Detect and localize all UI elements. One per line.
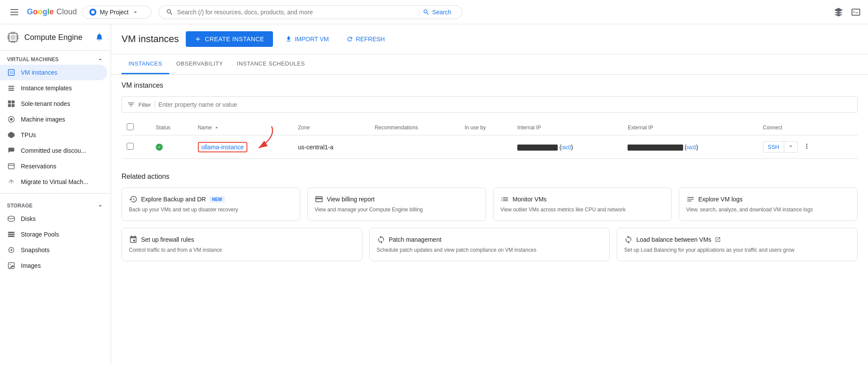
status-running-icon	[156, 144, 163, 151]
gem-icon[interactable]	[833, 7, 844, 17]
sidebar-item-label: Images	[21, 262, 41, 269]
storage-section[interactable]: Storage	[0, 197, 111, 211]
actions-grid-row1: Explore Backup and DR NEW Back up your V…	[122, 187, 858, 221]
instance-name-link[interactable]: ollama-instance	[198, 142, 247, 152]
backup-icon	[129, 195, 138, 204]
action-card-patch-management[interactable]: Patch management Schedule patch updates …	[369, 228, 610, 261]
sidebar-item-snapshots[interactable]: Snapshots	[0, 242, 107, 258]
sidebar-item-label: Disks	[21, 215, 36, 222]
sidebar-item-sole-tenant-nodes[interactable]: Sole-tenant nodes	[0, 96, 107, 112]
ssh-label[interactable]: SSH	[763, 142, 784, 152]
col-header-recommendations: Recommendations	[369, 120, 459, 135]
tab-observability[interactable]: OBSERVABILITY	[169, 54, 230, 74]
firewall-rules-desc: Control traffic to and from a VM instanc…	[129, 247, 355, 254]
sidebar-item-label: Machine images	[21, 116, 65, 123]
ssh-button[interactable]: SSH	[763, 141, 798, 153]
reservations-icon	[7, 162, 16, 171]
action-card-monitor-vms[interactable]: Monitor VMs View outlier VMs across metr…	[493, 187, 672, 221]
sidebar-item-disks[interactable]: Disks	[0, 211, 107, 227]
refresh-button[interactable]: REFRESH	[341, 32, 390, 46]
svg-rect-22	[12, 104, 15, 107]
create-instance-icon	[194, 36, 201, 43]
billing-icon	[315, 195, 323, 204]
action-card-firewall-rules[interactable]: Set up firewall rules Control traffic to…	[122, 228, 362, 261]
menu-icon[interactable]	[7, 6, 22, 19]
sidebar: Compute Engine Virtual machines VM insta…	[0, 24, 111, 365]
search-input-icon	[166, 8, 174, 16]
content-header: VM instances CREATE INSTANCE IMPORT VM R…	[111, 24, 868, 54]
sidebar-item-vm-instances[interactable]: VM instances	[0, 65, 107, 80]
filter-label: Filter	[138, 102, 151, 108]
action-card-vm-logs[interactable]: Explore VM logs View, search, analyze, a…	[679, 187, 858, 221]
svg-point-28	[8, 216, 15, 219]
col-header-connect: Connect	[758, 120, 858, 135]
vm-logs-desc: View, search, analyze, and download VM i…	[686, 206, 850, 214]
col-header-external-ip: External IP	[622, 120, 757, 135]
filter-input[interactable]	[158, 101, 852, 108]
action-card-backup-dr[interactable]: Explore Backup and DR NEW Back up your V…	[122, 187, 300, 221]
svg-point-33	[10, 264, 10, 265]
load-balance-desc: Set up Load Balancing for your applicati…	[624, 247, 850, 254]
col-header-zone: Zone	[293, 120, 370, 135]
notification-bell-icon[interactable]	[95, 33, 104, 43]
filter-icon	[127, 101, 135, 109]
instances-table: Status Name Zone Recommendations In use …	[122, 120, 858, 159]
billing-report-desc: View and manage your Compute Engine bill…	[315, 206, 479, 214]
create-instance-button[interactable]: CREATE INSTANCE	[186, 31, 273, 47]
sidebar-item-reservations[interactable]: Reservations	[0, 158, 107, 174]
ssh-dropdown-icon[interactable]	[784, 141, 797, 152]
sidebar-item-storage-pools[interactable]: Storage Pools	[0, 227, 107, 242]
svg-point-24	[10, 118, 13, 121]
firewall-icon	[129, 235, 138, 244]
import-vm-button[interactable]: IMPORT VM	[280, 32, 334, 46]
svg-rect-18	[8, 90, 14, 91]
sidebar-item-migrate-vms[interactable]: Migrate to Virtual Mach...	[0, 174, 107, 190]
instance-in-use-by	[460, 135, 512, 159]
sidebar-item-committed-use[interactable]: Committed use discou...	[0, 143, 107, 158]
svg-rect-30	[8, 234, 15, 235]
sidebar-item-images[interactable]: Images	[0, 258, 107, 273]
patch-management-title: Patch management	[389, 236, 441, 243]
tab-instance-schedules[interactable]: INSTANCE SCHEDULES	[230, 54, 312, 74]
terminal-icon[interactable]	[851, 7, 861, 17]
col-header-name[interactable]: Name	[193, 120, 293, 135]
new-badge: NEW	[209, 196, 224, 203]
sidebar-item-tpus[interactable]: TPUs	[0, 127, 107, 143]
row-checkbox[interactable]	[127, 143, 134, 150]
search-input[interactable]	[177, 9, 415, 16]
create-instance-label: CREATE INSTANCE	[205, 36, 264, 43]
topbar: Google Cloud My Project Search	[0, 0, 868, 24]
compute-engine-icon	[7, 31, 19, 43]
filter-bar[interactable]: Filter	[122, 96, 858, 113]
topbar-left: Google Cloud My Project	[7, 6, 151, 19]
virtual-machines-section[interactable]: Virtual machines	[0, 51, 111, 65]
sidebar-item-machine-images[interactable]: Machine images	[0, 112, 107, 127]
more-options-button[interactable]	[801, 141, 812, 153]
related-actions-title: Related actions	[122, 173, 858, 181]
backup-dr-title: Explore Backup and DR	[141, 196, 206, 203]
project-selector[interactable]: My Project	[82, 6, 151, 19]
instance-connect: SSH	[758, 135, 858, 159]
tab-instances[interactable]: INSTANCES	[122, 54, 169, 74]
vm-instances-icon	[7, 68, 16, 77]
action-card-load-balance[interactable]: Load balance between VMs Set up Load Bal…	[617, 228, 858, 261]
instance-templates-icon	[7, 84, 16, 92]
search-button[interactable]: Search	[419, 9, 455, 16]
page-title: VM instances	[122, 33, 179, 45]
select-all-checkbox[interactable]	[127, 123, 134, 130]
snapshots-icon	[7, 246, 16, 254]
monitor-vms-title: Monitor VMs	[513, 196, 547, 203]
migrate-icon	[7, 178, 16, 186]
global-search-bar[interactable]: Search	[158, 5, 462, 19]
google-cloud-logo: Google Cloud	[27, 7, 77, 16]
filter-divider	[155, 100, 155, 109]
sidebar-item-label: Instance templates	[21, 85, 72, 92]
sidebar-item-label: VM instances	[21, 69, 57, 76]
sidebar-header: Compute Engine	[0, 24, 111, 51]
sidebar-item-label: Snapshots	[21, 247, 49, 253]
sidebar-item-instance-templates[interactable]: Instance templates	[0, 80, 107, 96]
action-card-billing-report[interactable]: View billing report View and manage your…	[307, 187, 486, 221]
search-button-label: Search	[432, 9, 451, 16]
vm-logs-title: Explore VM logs	[698, 196, 743, 203]
instance-internal-ip: ██████████ (nic0)	[512, 135, 622, 159]
